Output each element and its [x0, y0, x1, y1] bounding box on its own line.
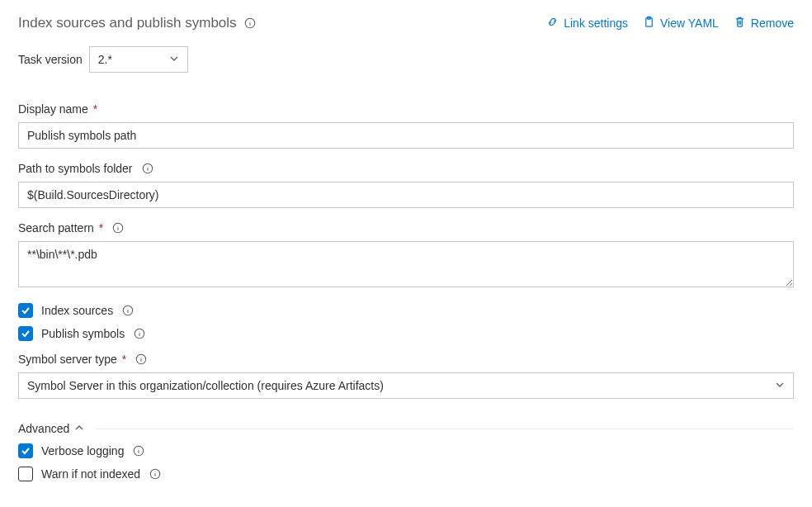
svg-point-9 [147, 166, 148, 167]
view-yaml-label: View YAML [660, 17, 719, 30]
page-title: Index sources and publish symbols [18, 15, 257, 31]
advanced-section-toggle[interactable]: Advanced [18, 422, 794, 435]
server-type-label: Symbol server type * [18, 353, 126, 366]
link-icon [546, 16, 559, 31]
trash-icon [734, 16, 746, 31]
header-actions: Link settings View YAML Remove [546, 16, 794, 31]
publish-symbols-checkbox[interactable] [18, 326, 33, 341]
display-name-label: Display name * [18, 102, 97, 116]
view-yaml-button[interactable]: View YAML [643, 16, 719, 31]
server-type-value: Symbol Server in this organization/colle… [27, 379, 384, 392]
link-settings-button[interactable]: Link settings [546, 16, 628, 31]
chevron-down-icon [775, 379, 785, 392]
info-icon[interactable] [132, 444, 145, 457]
svg-point-21 [141, 357, 142, 358]
index-sources-label: Index sources [41, 304, 113, 317]
verbose-logging-checkbox[interactable] [18, 443, 33, 458]
task-version-label: Task version [18, 53, 83, 66]
info-icon[interactable] [111, 221, 125, 235]
info-icon[interactable] [133, 327, 146, 340]
verbose-logging-label: Verbose logging [41, 444, 124, 457]
chevron-up-icon [74, 422, 84, 435]
display-name-input[interactable] [18, 122, 794, 149]
remove-label: Remove [751, 17, 794, 30]
publish-symbols-label: Publish symbols [41, 327, 125, 340]
info-icon[interactable] [149, 467, 162, 481]
section-divider [96, 429, 794, 429]
page-title-text: Index sources and publish symbols [18, 15, 237, 31]
warn-not-indexed-checkbox[interactable] [18, 467, 33, 481]
svg-point-27 [155, 471, 156, 472]
svg-point-15 [128, 308, 129, 309]
svg-point-2 [249, 21, 250, 21]
remove-button[interactable]: Remove [734, 16, 794, 31]
symbols-folder-label: Path to symbols folder [18, 162, 133, 175]
task-version-dropdown[interactable]: 2.* [89, 46, 188, 73]
index-sources-checkbox[interactable] [18, 303, 33, 318]
svg-point-12 [118, 225, 119, 226]
clipboard-icon [643, 16, 655, 31]
search-pattern-input[interactable]: **\bin\**\*.pdb [18, 241, 794, 287]
svg-point-24 [139, 448, 139, 449]
info-icon[interactable] [243, 17, 257, 30]
search-pattern-label: Search pattern * [18, 221, 103, 235]
link-settings-label: Link settings [564, 17, 628, 30]
warn-not-indexed-label: Warn if not indexed [41, 467, 140, 481]
info-icon[interactable] [141, 162, 154, 175]
task-version-value: 2.* [98, 53, 112, 66]
server-type-dropdown[interactable]: Symbol Server in this organization/colle… [18, 372, 794, 399]
advanced-title: Advanced [18, 422, 69, 435]
chevron-down-icon [169, 53, 179, 66]
info-icon[interactable] [135, 353, 148, 366]
symbols-folder-input[interactable] [18, 182, 794, 208]
svg-point-18 [139, 331, 140, 332]
info-icon[interactable] [121, 304, 135, 317]
